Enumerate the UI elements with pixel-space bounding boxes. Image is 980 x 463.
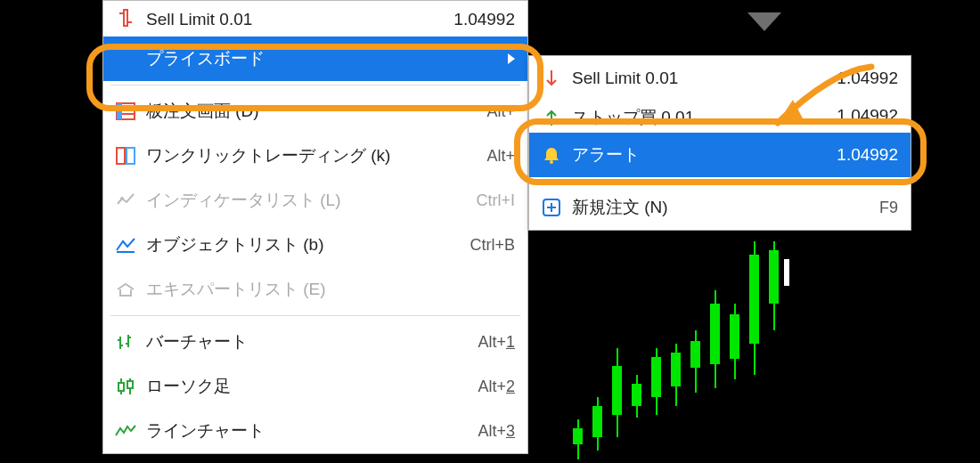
svg-rect-7 [117,148,125,164]
svg-rect-18 [118,383,124,391]
svg-rect-6 [117,103,122,119]
expert-icon [112,278,139,301]
candlestick-chart [528,241,911,463]
submenu-item-stop-buy[interactable]: ストップ買 0.01 1.04992 [529,101,911,133]
cursor-pointer-icon [747,12,781,31]
expert-label: エキスパートリスト (E) [139,278,515,301]
menu-item-candlestick[interactable]: ローソク足 Alt+2 [103,364,527,409]
depth-icon [112,100,139,123]
oneclick-shortcut: Alt+ [486,147,515,166]
indicator-label: インディケータリスト (L) [139,189,476,212]
menu-item-oneclick[interactable]: ワンクリックトレーディング (k) Alt+ [103,134,527,178]
sell-limit-label: Sell Limit 0.01 [139,10,453,29]
object-label: オブジェクトリスト (b) [139,233,470,256]
object-icon [112,233,139,256]
bell-icon [538,143,565,167]
submenu-item-alert[interactable]: アラート 1.04992 [529,133,911,177]
line-chart-shortcut: Alt+3 [478,422,515,441]
candlestick-icon [112,375,139,398]
bar-chart-shortcut: Alt+1 [478,333,515,352]
menu-item-expert-list: エキスパートリスト (E) [103,267,527,312]
blank-icon [112,47,139,70]
candlestick-label: ローソク足 [139,375,478,398]
candlestick-shortcut: Alt+2 [478,378,515,396]
object-shortcut: Ctrl+B [470,236,515,255]
stop-buy-value: 1.04992 [837,106,898,126]
menu-separator [110,315,520,316]
menu-item-bar-chart[interactable]: バーチャート Alt+1 [103,320,527,364]
svg-rect-8 [127,148,135,164]
alert-value: 1.04992 [837,145,898,165]
depth-label: 板注文画面 (D) [139,100,486,123]
line-chart-label: ラインチャート [139,419,478,443]
svg-rect-20 [127,381,133,388]
depth-shortcut: Alt+ [486,102,515,121]
menu-separator [536,181,903,182]
menu-separator [110,85,520,85]
context-submenu-right: Sell Limit 0.01 1.04992 ストップ買 0.01 1.049… [528,55,911,231]
submenu-arrow-icon [508,53,515,64]
indicator-shortcut: Ctrl+I [476,191,515,210]
new-order-label: 新規注文 (N) [565,196,879,219]
sell-arrow-icon [538,67,565,90]
oneclick-icon [112,144,139,167]
svg-rect-0 [124,10,127,26]
menu-item-object-list[interactable]: オブジェクトリスト (b) Ctrl+B [103,223,527,267]
sell-limit-value: 1.04992 [837,69,898,88]
alert-label: アラート [565,143,837,167]
oneclick-label: ワンクリックトレーディング (k) [139,144,486,167]
sell-limit-icon [112,6,139,29]
sell-limit-label: Sell Limit 0.01 [565,69,837,88]
sell-limit-value: 1.04992 [453,10,515,29]
submenu-item-sell-limit[interactable]: Sell Limit 0.01 1.04992 [529,56,911,101]
menu-item-sell-limit[interactable]: Sell Limit 0.01 1.04992 [103,1,527,37]
line-chart-icon [112,419,139,443]
bar-chart-icon [112,330,139,353]
svg-point-9 [120,197,124,200]
menu-item-line-chart[interactable]: ラインチャート Alt+3 [103,409,527,453]
stop-buy-label: ストップ買 0.01 [565,106,837,129]
menu-item-priceboard[interactable]: プライスボード [103,37,527,81]
menu-item-indicator-list: インディケータリスト (L) Ctrl+I [103,178,527,223]
priceboard-label: プライスボード [139,47,508,70]
new-order-icon [538,196,565,219]
submenu-item-new-order[interactable]: 新規注文 (N) F9 [529,185,911,230]
new-order-shortcut: F9 [879,199,898,217]
svg-point-23 [550,160,553,164]
context-menu-left: Sell Limit 0.01 1.04992 プライスボード 板注文画面 (D… [102,0,528,454]
menu-item-depth[interactable]: 板注文画面 (D) Alt+ [103,89,527,134]
buy-arrow-icon [538,106,565,129]
indicator-icon [112,189,139,212]
bar-chart-label: バーチャート [139,330,478,353]
